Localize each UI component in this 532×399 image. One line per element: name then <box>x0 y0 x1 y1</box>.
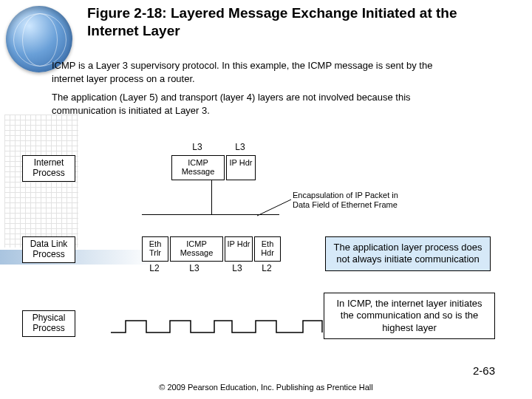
layer-physical: Physical Process <box>22 310 75 337</box>
figure-title: Figure 2-18: Layered Message Exchange In… <box>87 4 501 40</box>
bot-label-b: L3 <box>183 263 205 273</box>
page-number: 2-63 <box>473 364 495 377</box>
l3-iphdr-box: IP Hdr <box>226 155 256 180</box>
top-label-l3b: L3 <box>229 142 251 152</box>
caption-block: ICMP is a Layer 3 supervisory protocol. … <box>52 59 466 117</box>
callout-app-layer: The application layer process does not a… <box>325 236 491 271</box>
encaps-label: Encapsulation of IP Packet in Data Field… <box>293 191 417 209</box>
bot-label-c: L3 <box>226 263 248 273</box>
l3-icmp-box: ICMP Message <box>171 155 225 180</box>
l2-icmp-box: ICMP Message <box>170 236 223 262</box>
l2-iphdr-box: IP Hdr <box>225 236 253 262</box>
physical-signal <box>111 310 325 347</box>
top-label-l3a: L3 <box>186 142 208 152</box>
bot-label-d: L2 <box>256 263 278 273</box>
caption-line-2: The application (Layer 5) and transport … <box>52 91 466 117</box>
callout-icmp: In ICMP, the internet layer initiates th… <box>324 293 495 339</box>
svg-line-0 <box>257 200 291 216</box>
l2-ethtrlr-box: Eth Trlr <box>142 236 168 262</box>
layer-internet: Internet Process <box>22 155 75 182</box>
caption-line-1: ICMP is a Layer 3 supervisory protocol. … <box>52 59 466 85</box>
bot-label-a: L2 <box>143 263 166 273</box>
layer-datalink: Data Link Process <box>22 236 75 263</box>
connector-line-vert <box>211 180 212 202</box>
connector-line-tick <box>211 202 212 214</box>
footer-copyright: © 2009 Pearson Education, Inc. Publishin… <box>0 383 532 392</box>
l2-ethhdr-box: Eth Hdr <box>254 236 281 262</box>
